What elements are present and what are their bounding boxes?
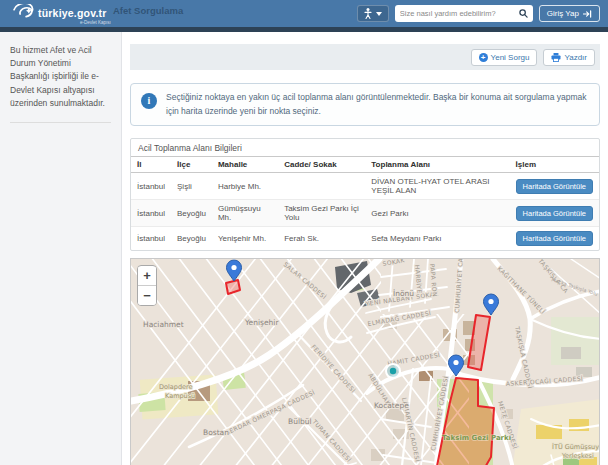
map-label: Dolapdere (159, 383, 193, 391)
column-header-1: İlçe (171, 157, 212, 173)
map-label: Kampüsü (165, 392, 195, 400)
map-label: Yenişehir (244, 318, 279, 327)
column-header-5: İşlem (510, 157, 599, 173)
column-header-2: Mahalle (212, 157, 278, 173)
map-label: Taksim Gezi Parkı (442, 434, 511, 442)
page-title: Afet Sorgulama (113, 5, 183, 16)
cell-ilce: Beyoğlu (171, 200, 212, 227)
map-label: Bülbül (288, 417, 312, 426)
search-input[interactable] (400, 9, 519, 18)
map-label: Yerleşkesi (561, 452, 594, 460)
cell-alan: Sefa Meydanı Parkı (365, 227, 509, 251)
logo-text: türkiye.gov.tr (38, 8, 107, 19)
cell-alan: DİVAN OTEL-HYAT OTEL ARASI YEŞİL ALAN (365, 173, 509, 200)
table-row: İstanbulŞişliHarbiye Mh.DİVAN OTEL-HYAT … (131, 173, 599, 200)
map-label: İTÜ Gümüşsuyu (552, 443, 600, 451)
column-header-4: Toplanma Alanı (365, 157, 509, 173)
new-query-label: Yeni Sorgu (491, 53, 530, 62)
map-zoom-control: + − (137, 265, 157, 306)
cell-mahalle: Yenişehir Mh. (212, 227, 278, 251)
panel-title: Acil Toplanma Alanı Bilgileri (131, 139, 599, 156)
cell-ilce: Beyoğlu (171, 227, 212, 251)
app-header: türkiye.gov.tr e-Devlet Kapısı Afet Sorg… (0, 0, 608, 27)
map-label: İnönü (393, 289, 414, 298)
print-label: Yazdır (564, 53, 587, 62)
e-devlet-swirl-icon (8, 4, 34, 24)
cell-ilce: Şişli (171, 173, 212, 200)
show-on-map-button[interactable]: Haritada Görüntüle (516, 179, 593, 194)
show-on-map-button[interactable]: Haritada Görüntüle (516, 206, 593, 221)
plus-circle-icon: + (479, 53, 488, 62)
query-toolbar: + Yeni Sorgu Yazdır (130, 44, 600, 70)
table-header-row: İlİlçeMahalleCadde/ SokakToplanma Alanıİ… (131, 157, 599, 173)
chevron-down-icon (376, 12, 382, 16)
zoom-out-button[interactable]: − (138, 286, 156, 305)
sidebar-divider (10, 122, 111, 123)
assembly-area-map[interactable]: + − SALAR CADDESİHaciahmetYenişehirFERİD… (130, 258, 600, 465)
accessibility-person-icon (364, 8, 372, 19)
cell-cadde (278, 173, 365, 200)
service-sidebar: Bu hizmet Afet ve Acil Durum Yönetimi Ba… (0, 32, 122, 465)
assembly-area-table: İlİlçeMahalleCadde/ SokakToplanma Alanıİ… (131, 156, 599, 250)
map-label: Kocatepe (374, 401, 409, 410)
help-search-box (395, 5, 533, 22)
login-label: Giriş Yap (547, 9, 579, 18)
service-info-text: Bu hizmet Afet ve Acil Durum Yönetimi Ba… (10, 44, 111, 110)
search-icon[interactable] (519, 9, 528, 18)
map-canvas[interactable]: SALAR CADDESİHaciahmetYenişehirFERİDİYE … (131, 259, 600, 465)
login-arrow-icon (583, 10, 592, 18)
accessibility-menu-button[interactable] (357, 5, 389, 22)
zoom-in-button[interactable]: + (138, 267, 156, 286)
cell-alan: Gezi Parkı (365, 200, 509, 227)
cell-il: İstanbul (131, 227, 171, 251)
cell-cadde: Ferah Sk. (278, 227, 365, 251)
print-button[interactable]: Yazdır (543, 49, 595, 66)
info-icon: i (141, 93, 157, 109)
show-on-map-button[interactable]: Haritada Görüntüle (516, 231, 593, 246)
map-label: Bostan (203, 428, 229, 437)
table-body: İstanbulŞişliHarbiye Mh.DİVAN OTEL-HYAT … (131, 173, 599, 251)
logo-tagline: e-Devlet Kapısı (80, 20, 111, 25)
selected-point-marker[interactable] (386, 364, 400, 378)
info-alert-text: Seçtiğiniz noktaya en yakın üç acil topl… (166, 91, 589, 118)
cell-mahalle: Gümüşsuyu Mh. (212, 200, 278, 227)
new-query-button[interactable]: + Yeni Sorgu (471, 49, 538, 66)
cell-cadde: Taksim Gezi Parkı İçi Yolu (278, 200, 365, 227)
info-alert: i Seçtiğiniz noktaya en yakın üç acil to… (130, 83, 600, 126)
cell-action: Haritada Görüntüle (510, 200, 599, 227)
cell-il: İstanbul (131, 173, 171, 200)
cell-action: Haritada Görüntüle (510, 173, 599, 200)
table-row: İstanbulBeyoğluGümüşsuyu Mh.Taksim Gezi … (131, 200, 599, 227)
login-button[interactable]: Giriş Yap (539, 5, 600, 22)
table-row: İstanbulBeyoğluYenişehir Mh.Ferah Sk.Sef… (131, 227, 599, 251)
cell-il: İstanbul (131, 200, 171, 227)
column-header-0: İl (131, 157, 171, 173)
printer-icon (551, 53, 561, 62)
assembly-area-panel: Acil Toplanma Alanı Bilgileri İlİlçeMaha… (130, 138, 600, 251)
column-header-3: Cadde/ Sokak (278, 157, 365, 173)
cell-mahalle: Harbiye Mh. (212, 173, 278, 200)
main-content: + Yeni Sorgu Yazdır i Seçtiğiniz noktaya… (122, 32, 608, 465)
cell-action: Haritada Görüntüle (510, 227, 599, 251)
map-label: Haciahmet (143, 320, 184, 329)
